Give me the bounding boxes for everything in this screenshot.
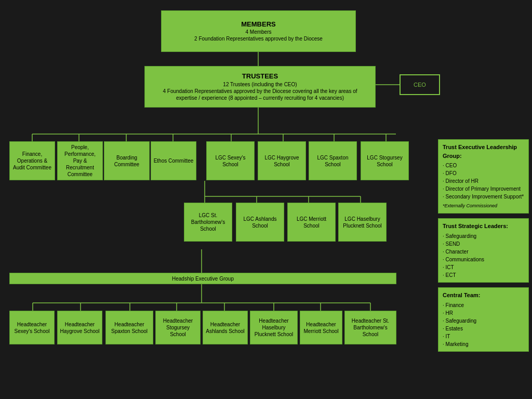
lgc-spaxton-label: LGC Spaxton School <box>311 154 354 168</box>
central-team-panel: Central Team: · Finance · HR · Safeguard… <box>438 287 529 352</box>
ht-stogursey-label: Headteacher Stogursey School <box>158 317 198 338</box>
central-team-items: · Finance · HR · Safeguarding · Estates … <box>443 301 524 348</box>
lgc-stogursey-box: LGC Stogursey School <box>361 141 409 180</box>
ht-haselbury-box: Headteacher Haselbury Plucknett School <box>250 311 298 344</box>
lgc-merriott-label: LGC Merriott School <box>290 216 333 229</box>
people-committee-label: People, Performance, Pay & Recruitment C… <box>60 144 100 178</box>
ethos-committee-label: Ethos Committee <box>154 157 194 164</box>
trust-executive-panel: Trust Executive Leadership Group: · CEO … <box>438 139 529 214</box>
lgc-haselbury-label: LGC Haselbury Plucknett School <box>341 216 384 229</box>
ht-haselbury-label: Headteacher Haselbury Plucknett School <box>252 317 295 338</box>
ceo-box: CEO <box>400 74 440 95</box>
ht-haygrove-label: Headteacher Haygrove School <box>60 321 100 335</box>
lgc-stogursey-label: LGC Stogursey School <box>363 154 406 168</box>
lgc-ashlands-label: LGC Ashlands School <box>238 216 282 229</box>
trustees-box: TRUSTEES 12 Trustees (including the CEO)… <box>144 66 376 108</box>
trust-executive-note: *Externally Commissioned <box>443 203 524 210</box>
finance-committee-box: Finance, Operations & Audit Committee <box>9 141 55 180</box>
lgc-sexeys-label: LGC Sexey's School <box>209 154 252 168</box>
ht-sexeys-label: Headteacher Sexey's School <box>12 321 52 335</box>
trustees-line2: 4 Foundation Representatives approved by… <box>163 88 357 95</box>
members-line1: 4 Members <box>245 29 271 35</box>
trustees-line1: 12 Trustees (including the CEO) <box>223 81 297 88</box>
central-team-title: Central Team: <box>443 291 524 300</box>
ht-merriott-box: Headteacher Merriott School <box>300 311 342 344</box>
members-line2: 2 Foundation Representatives approved by… <box>194 35 323 42</box>
trust-strategic-panel: Trust Strategic Leaders: · Safeguarding … <box>438 218 529 283</box>
lgc-sexeys-box: LGC Sexey's School <box>206 141 255 180</box>
lgc-haselbury-box: LGC Haselbury Plucknett School <box>338 203 387 242</box>
ht-stogursey-box: Headteacher Stogursey School <box>155 311 201 344</box>
ht-spaxton-box: Headteacher Spaxton School <box>105 311 153 344</box>
headship-group-box: Headship Executive Group <box>9 273 396 284</box>
headship-group-label: Headship Executive Group <box>172 275 234 282</box>
ht-stbartholomew-box: Headteacher St. Bartholomew's School <box>344 311 396 344</box>
ht-sexeys-box: Headteacher Sexey's School <box>9 311 55 344</box>
trust-strategic-title: Trust Strategic Leaders: <box>443 222 524 231</box>
lgc-merriott-box: LGC Merriott School <box>287 203 336 242</box>
ethos-committee-box: Ethos Committee <box>151 141 196 180</box>
trust-strategic-items: · Safeguarding · SEND · Character · Comm… <box>443 232 524 279</box>
lgc-stbartholomew-label: LGC St. Bartholomew's School <box>187 212 230 232</box>
boarding-committee-label: Boarding Committee <box>107 154 147 168</box>
lgc-ashlands-box: LGC Ashlands School <box>236 203 284 242</box>
ht-ashlands-box: Headteacher Ashlands School <box>203 311 248 344</box>
lgc-stbartholomew-box: LGC St. Bartholomew's School <box>184 203 232 242</box>
ht-spaxton-label: Headteacher Spaxton School <box>108 321 151 335</box>
boarding-committee-box: Boarding Committee <box>104 141 150 180</box>
ht-merriott-label: Headteacher Merriott School <box>302 321 340 335</box>
trustees-title: TRUSTEES <box>242 72 278 81</box>
ceo-label: CEO <box>414 81 426 88</box>
trust-executive-items: · CEO · DFO · Director of HR · Director … <box>443 162 524 201</box>
trust-executive-title: Trust Executive Leadership Group: <box>443 143 524 160</box>
members-box: MEMBERS 4 Members 2 Foundation Represent… <box>161 10 356 52</box>
lgc-spaxton-box: LGC Spaxton School <box>309 141 357 180</box>
ht-ashlands-label: Headteacher Ashlands School <box>205 321 245 335</box>
ht-haygrove-box: Headteacher Haygrove School <box>57 311 102 344</box>
ht-stbartholomew-label: Headteacher St. Bartholomew's School <box>347 317 394 338</box>
lgc-haygrove-label: LGC Haygrove School <box>260 154 303 168</box>
lgc-haygrove-box: LGC Haygrove School <box>258 141 306 180</box>
finance-committee-label: Finance, Operations & Audit Committee <box>12 151 52 171</box>
trustees-line3: expertise / experience (8 appointed – cu… <box>176 95 344 101</box>
members-title: MEMBERS <box>241 20 275 29</box>
org-chart: MEMBERS 4 Members 2 Foundation Represent… <box>0 0 532 399</box>
people-committee-box: People, Performance, Pay & Recruitment C… <box>57 141 103 180</box>
